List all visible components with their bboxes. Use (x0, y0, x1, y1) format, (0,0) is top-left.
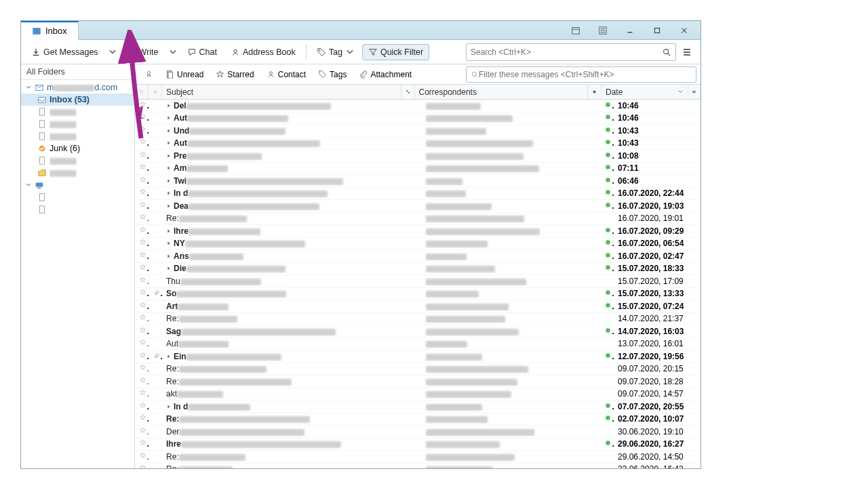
message-row[interactable]: Re:14.07.2020, 21:37 (135, 313, 701, 326)
message-row[interactable]: Und10:43 (135, 125, 701, 138)
message-row[interactable]: Ans16.07.2020, 02:47 (135, 250, 701, 263)
col-read[interactable] (588, 85, 601, 99)
chevron-down-icon (108, 47, 117, 57)
message-row[interactable]: Re:23.06.2020, 16:42 (135, 464, 701, 469)
message-row[interactable]: So15.07.2020, 13:33 (135, 288, 701, 301)
star-icon (139, 302, 146, 309)
thread-caret-icon (166, 178, 172, 184)
message-row[interactable]: Ihre16.07.2020, 09:29 (135, 225, 701, 238)
message-row[interactable]: In d07.07.2020, 20:55 (135, 401, 701, 413)
star-icon (139, 327, 146, 334)
column-header: Subject Correspondents Date (135, 85, 701, 100)
thread-caret-icon (166, 404, 172, 409)
thread-caret-icon (166, 241, 172, 246)
main-toolbar: Get Messages Write Chat Address Book Tag… (21, 40, 701, 64)
minimize-button[interactable] (618, 24, 642, 37)
message-filter-search[interactable] (466, 66, 696, 83)
close-button[interactable] (672, 24, 696, 37)
filter-unread[interactable]: Unread (160, 67, 209, 82)
get-messages-dropdown[interactable] (106, 44, 119, 60)
svg-point-38 (606, 253, 610, 258)
message-row[interactable]: Re:29.06.2020, 14:50 (135, 451, 701, 464)
maximize-button[interactable] (645, 24, 669, 37)
folder-item[interactable] (21, 203, 134, 216)
message-row[interactable]: Re:16.07.2020, 19:01 (135, 213, 701, 226)
svg-point-20 (472, 72, 476, 76)
message-row[interactable]: Re:09.07.2020, 18:28 (135, 375, 701, 388)
message-row[interactable]: Aut10:43 (135, 138, 701, 150)
message-row[interactable]: Re:09.07.2020, 20:15 (135, 363, 701, 376)
message-row[interactable]: Aut10:46 (135, 113, 701, 125)
write-dropdown[interactable] (166, 44, 180, 60)
search-input[interactable] (471, 47, 662, 57)
col-config[interactable] (688, 85, 701, 99)
titlebar: Inbox (21, 21, 701, 40)
write-button[interactable]: Write (121, 44, 165, 60)
message-row[interactable]: akt09.07.2020, 14:57 (135, 388, 701, 401)
star-icon (139, 414, 146, 422)
message-row[interactable]: Die15.07.2020, 18:33 (135, 263, 701, 276)
col-thread[interactable] (401, 85, 415, 99)
address-book-icon (231, 47, 240, 57)
svg-point-31 (606, 152, 610, 157)
filter-starred[interactable]: Starred (210, 67, 259, 82)
chat-button[interactable]: Chat (181, 44, 223, 60)
account-item[interactable]: md.com (21, 81, 134, 94)
message-list[interactable]: Del10:46Aut10:46Und10:43Aut10:43Pre10:08… (135, 100, 701, 468)
col-date[interactable]: Date (601, 85, 688, 99)
folder-item[interactable] (21, 106, 134, 118)
filter-attachment[interactable]: Attachment (353, 67, 417, 82)
message-row[interactable]: Ein12.07.2020, 19:56 (135, 350, 701, 363)
mail-icon (32, 26, 41, 36)
tag-button[interactable]: Tag (311, 44, 361, 60)
message-row[interactable]: Am07:11 (135, 163, 701, 176)
col-subject[interactable]: Subject (162, 85, 401, 99)
col-attachment[interactable] (149, 85, 162, 99)
message-row[interactable]: Ihre29.06.2020, 16:27 (135, 439, 701, 451)
message-row[interactable]: NY16.07.2020, 06:54 (135, 238, 701, 251)
folder-item[interactable] (21, 118, 134, 130)
filter-contact[interactable]: Contact (261, 67, 311, 82)
tasks-button[interactable] (591, 24, 615, 37)
folder-item[interactable]: Inbox (53) (21, 94, 134, 106)
folder-item[interactable]: Junk (6) (21, 142, 134, 155)
keep-filters-button[interactable] (139, 67, 159, 81)
address-book-button[interactable]: Address Book (224, 44, 302, 60)
folder-item[interactable] (21, 167, 134, 179)
quick-filter-button[interactable]: Quick Filter (362, 44, 429, 60)
message-row[interactable]: Aut13.07.2020, 16:01 (135, 338, 701, 351)
file-icon (37, 192, 47, 202)
message-row[interactable]: Der30.06.2020, 19:10 (135, 426, 701, 439)
star-icon (139, 126, 146, 134)
app-menu-button[interactable] (677, 43, 696, 62)
local-folders-item[interactable] (21, 179, 134, 191)
col-correspondents[interactable]: Correspondents (415, 85, 589, 99)
unread-dot-icon (604, 151, 612, 159)
col-star[interactable] (135, 85, 149, 99)
thread-icon (406, 89, 410, 94)
message-row[interactable]: Pre10:08 (135, 150, 701, 163)
tab-inbox[interactable]: Inbox (21, 21, 79, 40)
message-row[interactable]: Dea16.07.2020, 19:03 (135, 200, 701, 213)
message-row[interactable]: Twi06:46 (135, 175, 701, 188)
svg-rect-10 (40, 133, 45, 140)
message-row[interactable]: Art15.07.2020, 07:24 (135, 300, 701, 313)
folder-item[interactable] (21, 130, 134, 142)
svg-point-30 (606, 140, 610, 144)
tag-icon (318, 70, 327, 79)
folder-item[interactable] (21, 155, 134, 167)
message-row[interactable]: Thu15.07.2020, 17:09 (135, 275, 701, 288)
unread-dot-icon (604, 402, 612, 409)
message-row[interactable]: Re:02.07.2020, 10:07 (135, 413, 701, 426)
filter-input[interactable] (479, 70, 692, 79)
thread-caret-icon (166, 203, 172, 209)
message-row[interactable]: In d16.07.2020, 22:44 (135, 188, 701, 201)
get-messages-button[interactable]: Get Messages (25, 44, 104, 60)
folder-item[interactable] (21, 191, 134, 203)
svg-point-46 (606, 441, 610, 445)
filter-tags[interactable]: Tags (313, 67, 352, 82)
message-row[interactable]: Del10:46 (135, 100, 701, 113)
message-row[interactable]: Sag14.07.2020, 16:03 (135, 325, 701, 338)
global-search[interactable] (466, 43, 676, 61)
calendar-button[interactable] (564, 24, 588, 37)
